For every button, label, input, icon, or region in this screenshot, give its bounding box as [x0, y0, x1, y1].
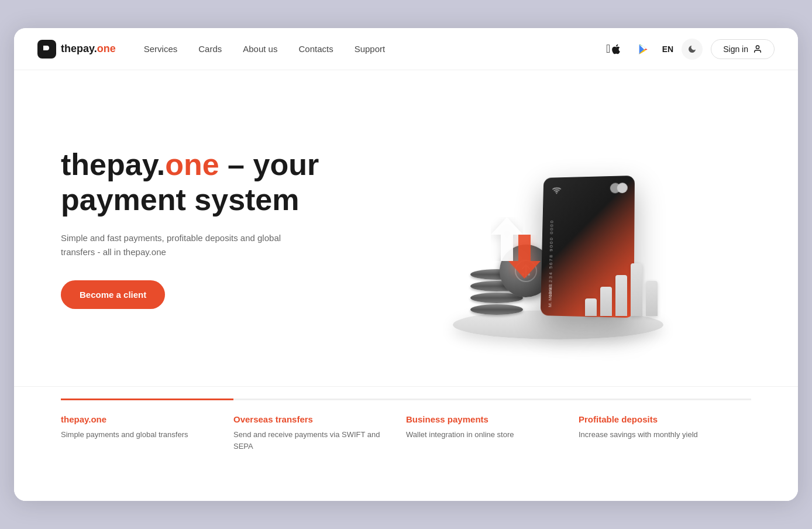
bar-3 — [631, 263, 642, 316]
nav-link-contacts[interactable]: Contacts — [298, 44, 333, 54]
features-grid: thepay.oneSimple payments and global tra… — [61, 399, 751, 466]
nav-link-services[interactable]: Services — [144, 44, 178, 54]
moon-icon — [687, 44, 697, 54]
hero-title-brand: thepay. — [61, 147, 165, 181]
nav-link-cards[interactable]: Cards — [198, 44, 222, 54]
feature-item-2: Business paymentsWallet integration in o… — [406, 399, 579, 466]
nav-link-support[interactable]: Support — [355, 44, 386, 54]
feature-item-1: Overseas transfersSend and receive payme… — [233, 399, 406, 466]
bar-chart — [585, 263, 658, 316]
feature-item-3: Profitable depositsIncrease savings with… — [579, 399, 751, 466]
hero-content: thepay.one – your payment system Simple … — [61, 147, 365, 310]
arrow-down-icon — [508, 235, 541, 279]
mastercard-logo — [610, 183, 628, 193]
apple-store-button[interactable]:  — [604, 39, 625, 60]
features-section: thepay.oneSimple payments and global tra… — [14, 386, 798, 501]
feature-item-0: thepay.oneSimple payments and global tra… — [61, 399, 233, 466]
illustration-platform: 1234 5678 9000 0000 12/33 M. Moline — [447, 117, 669, 339]
feature-title-2: Business payments — [406, 414, 565, 424]
browser-frame: thepay.one Services Cards About us Conta… — [14, 28, 798, 501]
google-play-button[interactable] — [633, 39, 654, 60]
logo[interactable]: thepay.one — [37, 40, 116, 59]
logo-icon — [37, 40, 56, 59]
hero-illustration: 1234 5678 9000 0000 12/33 M. Moline — [365, 105, 751, 351]
apple-icon — [610, 43, 622, 55]
logo-text: thepay.one — [61, 43, 116, 55]
language-selector[interactable]: EN — [662, 44, 673, 54]
play-store-icon — [637, 43, 650, 56]
card-wifi-icon — [552, 187, 562, 196]
bar-2 — [615, 275, 627, 316]
feature-desc-1: Send and receive payments via SWIFT and … — [233, 429, 392, 452]
svg-point-0 — [756, 46, 759, 49]
feature-desc-0: Simple payments and global transfers — [61, 429, 219, 441]
feature-title-3: Profitable deposits — [579, 414, 737, 424]
bar-4 — [646, 281, 658, 316]
svg-point-4 — [556, 193, 557, 194]
feature-title-0: thepay.one — [61, 414, 219, 424]
arrow-down-container — [508, 235, 541, 281]
navbar: thepay.one Services Cards About us Conta… — [14, 28, 798, 70]
nav-links: Services Cards About us Contacts Support — [144, 44, 604, 54]
cta-button[interactable]: Become a client — [61, 280, 165, 309]
theme-toggle[interactable] — [682, 39, 703, 60]
card-holder: M. Moline — [548, 287, 553, 308]
hero-title: thepay.one – your payment system — [61, 147, 365, 218]
hero-subtitle: Simple and fast payments, profitable dep… — [61, 231, 295, 259]
hero-title-accent: one — [165, 147, 219, 181]
hero-section: thepay.one – your payment system Simple … — [14, 70, 798, 386]
user-icon — [753, 44, 762, 54]
nav-link-about[interactable]: About us — [243, 44, 277, 54]
bar-0 — [585, 298, 597, 316]
apple-icon:  — [606, 42, 610, 56]
signin-button[interactable]: Sign in — [711, 39, 775, 59]
feature-desc-2: Wallet integration in online store — [406, 429, 565, 441]
feature-desc-3: Increase savings with monthly yield — [579, 429, 737, 441]
nav-right:  EN — [604, 39, 775, 60]
card-number: 1234 5678 9000 0000 — [548, 219, 554, 286]
bar-1 — [600, 287, 612, 316]
feature-title-1: Overseas transfers — [233, 414, 392, 424]
